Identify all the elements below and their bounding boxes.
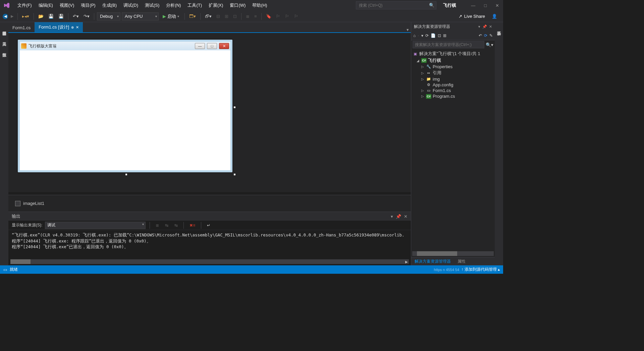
datasources-tab[interactable]: 数据源 (1, 47, 8, 52)
menu-help[interactable]: 帮助(H) (249, 0, 270, 10)
toolbar-button[interactable]: ↶ (479, 33, 482, 38)
close-tab-icon[interactable]: ✕ (76, 25, 79, 30)
component-label[interactable]: imageList1 (23, 201, 44, 206)
project-node[interactable]: ◢ C# 飞行棋 (411, 57, 495, 64)
form1-node[interactable]: ▷ ▭ Form1.cs (411, 88, 495, 93)
toolbar-button[interactable]: ◦ (418, 33, 419, 38)
toolbar-button[interactable]: ⊞ (443, 33, 446, 38)
menu-window[interactable]: 窗口(W) (226, 0, 249, 10)
toolbar-button[interactable]: ✎ (489, 33, 493, 38)
refresh-button[interactable]: ⟳ (484, 33, 487, 38)
appconfig-node[interactable]: ⚙ App.config (411, 82, 495, 88)
resize-handle-corner[interactable] (233, 173, 236, 176)
sync-button[interactable]: ⟳ (425, 33, 429, 38)
menu-extensions[interactable]: 扩展(X) (205, 0, 226, 10)
tab-form1-cs[interactable]: Form1.cs (8, 23, 35, 32)
menu-test[interactable]: 测试(S) (142, 0, 163, 10)
home-button[interactable]: ⌂ (413, 33, 416, 38)
search-icon[interactable]: 🔍▾ (486, 42, 493, 47)
bookmark-icon[interactable]: 🔖 (264, 13, 273, 20)
start-debug-button[interactable]: ▶启动 ▾ (160, 12, 182, 20)
clear-output-button[interactable]: ✖≡ (188, 222, 197, 229)
nav-forward-button[interactable]: ▶ (9, 14, 15, 19)
undo-button[interactable]: ↶▾ (71, 13, 80, 20)
tab-form1-design[interactable]: Form1.cs [设计] ⊕ ✕ (35, 22, 83, 32)
program-node[interactable]: ▷ C# Program.cs (411, 93, 495, 99)
resize-handle-bottom[interactable] (125, 173, 127, 176)
output-source-dropdown[interactable]: 调试 (45, 222, 146, 229)
solution-node[interactable]: ▣ 解决方案"飞行棋"(1 个项目/共 1 (411, 50, 495, 57)
pin-icon[interactable]: ⊕ (71, 26, 74, 29)
maximize-button[interactable]: □ (483, 2, 488, 9)
menu-project[interactable]: 项目(P) (77, 0, 99, 10)
window-options-button[interactable]: ▾ (391, 214, 393, 219)
toggle-wrap-button[interactable]: ↵ (205, 222, 212, 229)
source-control-button[interactable]: ↑ 添加到源代码管理 ▴ (461, 267, 500, 272)
scroll-thumb[interactable] (417, 251, 457, 256)
search-icon[interactable]: 🔍 (429, 3, 434, 8)
tab-overflow-button[interactable]: ▾ (407, 27, 409, 32)
folder-img-node[interactable]: ▷ 📁 img (411, 76, 495, 82)
form-designer[interactable]: 飞行棋版大富翁 — □ ✕ (8, 32, 411, 192)
search-input[interactable] (356, 1, 436, 9)
menu-view[interactable]: 视图(V) (56, 0, 77, 10)
toolbar-button[interactable]: ⊡ (438, 33, 441, 38)
toolbox-tab[interactable]: 工具箱 (1, 36, 8, 42)
diagnostics-tab[interactable]: 诊断工具 (495, 26, 502, 31)
solution-scrollbar-horizontal[interactable] (412, 251, 494, 256)
resize-handle-right[interactable] (233, 106, 236, 108)
expand-icon[interactable]: ▷ (421, 89, 425, 92)
toolbar-button[interactable]: 🗖▾ (187, 13, 198, 20)
server-explorer-tab[interactable]: 服务器资源管理器 (1, 26, 8, 31)
toolbar-button[interactable]: ▾ (421, 33, 423, 38)
scroll-thumb[interactable] (10, 259, 31, 264)
redo-button[interactable]: ↷▾ (82, 13, 91, 20)
close-panel-button[interactable]: ✕ (404, 214, 408, 219)
config-dropdown[interactable]: Debug (97, 12, 120, 20)
solution-search-input[interactable] (413, 41, 484, 48)
liveshare-button[interactable]: ↗ Live Share 👤 (459, 14, 500, 19)
form-maximize-button[interactable]: □ (207, 43, 217, 49)
imagelist-icon[interactable] (15, 201, 20, 206)
separator (261, 13, 262, 20)
design-form-window[interactable]: 飞行棋版大富翁 — □ ✕ (18, 40, 232, 172)
window-options-button[interactable]: ▾ (478, 25, 480, 29)
toolbar-button-disabled: ⊡ (231, 13, 238, 20)
user-icon[interactable]: 👤 (492, 14, 497, 19)
pin-button[interactable]: 📌 (396, 214, 401, 219)
nav-back-button[interactable]: ◀ (3, 14, 8, 19)
open-button[interactable]: 📂 (37, 13, 45, 20)
form-close-button[interactable]: ✕ (219, 43, 229, 49)
save-button[interactable]: 💾 (47, 13, 55, 20)
close-panel-button[interactable]: ✕ (489, 25, 492, 29)
output-text[interactable]: “飞行棋.exe”(CLR v4.0.30319: 飞行棋.exe): 已加载“… (8, 230, 411, 259)
toolbar-button[interactable]: 🗗▾ (203, 13, 213, 20)
platform-dropdown[interactable]: Any CPU (122, 12, 159, 20)
solution-explorer-tab[interactable]: 解决方案资源管理器 (411, 257, 454, 266)
properties-tab[interactable]: 属性 (454, 257, 469, 266)
menu-analyze[interactable]: 分析(N) (163, 0, 184, 10)
minimize-button[interactable]: — (470, 2, 477, 9)
expand-icon[interactable]: ▷ (421, 77, 425, 81)
menu-build[interactable]: 生成(B) (99, 0, 120, 10)
output-scrollbar-horizontal[interactable]: ◀ ▶ (10, 259, 409, 264)
scroll-right-button[interactable]: ▶ (404, 259, 409, 264)
menu-tools[interactable]: 工具(T) (184, 0, 205, 10)
separator (68, 13, 68, 20)
expand-icon[interactable]: ▷ (421, 65, 425, 69)
menu-edit[interactable]: 编辑(E) (35, 0, 56, 10)
expand-icon[interactable]: ▷ (421, 71, 425, 75)
menu-debug[interactable]: 调试(D) (120, 0, 142, 10)
form-minimize-button[interactable]: — (195, 43, 205, 49)
save-all-button[interactable]: 💾 (57, 13, 65, 20)
expand-icon[interactable]: ▷ (421, 94, 425, 98)
pin-button[interactable]: 📌 (482, 25, 487, 29)
new-item-button[interactable]: ▸◂▾ (20, 13, 31, 20)
close-button[interactable]: ✕ (494, 2, 500, 9)
properties-node[interactable]: ▷ 🔧 Properties (411, 64, 495, 70)
references-node[interactable]: ▷ ▪▪ 引用 (411, 70, 495, 76)
menu-file[interactable]: 文件(F) (14, 0, 35, 10)
form-title: 飞行棋版大富翁 (29, 43, 57, 49)
toolbar-button[interactable]: 📄 (431, 33, 436, 38)
expand-icon[interactable]: ◢ (416, 59, 420, 62)
